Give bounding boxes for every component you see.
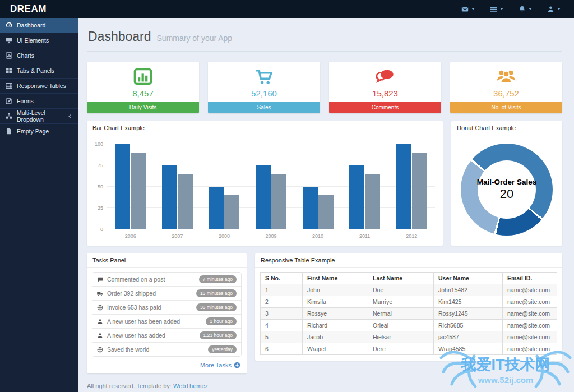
more-tasks-link[interactable]: More Tasks (92, 357, 242, 371)
brand-logo[interactable]: DREAM (0, 3, 47, 15)
task-text: A new user has added (107, 332, 165, 339)
comment-icon (97, 276, 103, 283)
sidebar-item-forms[interactable]: Forms (0, 94, 78, 109)
x-tick-label: 2010 (294, 233, 341, 239)
sitemap-icon (6, 113, 12, 119)
user-icon (547, 6, 554, 13)
table-cell: name@site.com (503, 320, 557, 331)
bar-group-2012: 2012 (388, 144, 435, 229)
table-cell: Rossy1245 (434, 308, 503, 320)
notifications-dropdown[interactable] (511, 0, 540, 18)
desktop-icon-slot (6, 37, 12, 44)
header-row: S No.First NameLast NameUser NameEmail I… (261, 273, 557, 284)
table-row: 1JohnDoeJohn15482name@site.com (261, 284, 557, 296)
stat-card-no-of-visits[interactable]: 36,752No. of Visits (450, 62, 562, 113)
stat-card-daily-visits[interactable]: 8,457Daily Visits (87, 62, 199, 113)
stat-card-comments[interactable]: 15,823Comments (329, 62, 441, 113)
bar-group-2008: 2008 (201, 144, 248, 229)
footer: All right reserved. Template by: WebThem… (87, 382, 562, 392)
column-header-user-name: User Name (434, 273, 503, 284)
sidebar-item-empty-page[interactable]: Empty Page (0, 124, 78, 139)
caret-down-icon (528, 7, 533, 11)
file-icon (6, 128, 12, 135)
table-icon-slot (6, 82, 12, 89)
sidebar-item-multi-level-dropdown[interactable]: Multi-Level Dropdown (0, 109, 78, 124)
sidebar-item-responsive-tables[interactable]: Responsive Tables (0, 79, 78, 94)
table-cell: name@site.com (503, 296, 557, 308)
tasks-list: Commented on a post7 minutes agoOrder 39… (92, 272, 242, 357)
footer-link[interactable]: WebThemez (173, 382, 208, 389)
x-tick-label: 2009 (248, 233, 295, 239)
more-tasks-label: More Tasks (200, 362, 232, 368)
stat-card-value: 15,823 (372, 89, 398, 98)
table-cell: jac4587 (434, 331, 503, 343)
stat-bars-icon (133, 67, 153, 87)
y-tick-label: 75 (98, 163, 103, 168)
table-cell: Dere (368, 343, 434, 355)
bar-group-2010: 2010 (294, 144, 341, 229)
stat-card-value: 8,457 (132, 89, 154, 98)
table-cell: Nermal (368, 308, 434, 320)
tasks-panel: Tasks Panel Commented on a post7 minutes… (87, 253, 247, 373)
page-subtitle: Summary of your App (157, 34, 233, 43)
task-text: Order 392 shipped (107, 290, 156, 297)
users-table-head: S No.First NameLast NameUser NameEmail I… (261, 273, 557, 284)
task-time-badge: yesterday (208, 345, 237, 353)
bar-primary-2008 (209, 187, 224, 229)
y-tick-label: 25 (98, 205, 103, 211)
table-cell: Marriye (368, 296, 434, 308)
table-cell: Wrapel (303, 343, 368, 355)
envelope-icon (461, 6, 469, 13)
task-text: Saved the world (107, 346, 149, 353)
chevron-left-icon (67, 114, 72, 119)
dashboard-icon (6, 22, 12, 29)
caret-down-icon (471, 7, 475, 11)
stat-card-value: 52,160 (251, 89, 277, 98)
task-time-badge: 16 minutes ago (196, 289, 237, 297)
bar-secondary-2009 (271, 174, 286, 229)
stat-card-sales[interactable]: 52,160Sales (208, 62, 320, 113)
y-tick-label: 100 (95, 141, 103, 147)
x-tick-label: 2011 (341, 233, 388, 239)
donut-chart: Mail-Order Sales 20 (461, 144, 553, 236)
donut-panel-title: Donut Chart Example (451, 121, 562, 135)
task-time-badge: 1 hour ago (206, 317, 237, 325)
task-row: Invoice 653 has paid36 minutes ago (92, 301, 241, 315)
sidebar-item-dashboard[interactable]: Dashboard (0, 18, 78, 33)
table-cell: Rossye (303, 308, 368, 320)
globe-icon-slot (97, 305, 103, 311)
table-cell: John15482 (434, 284, 503, 296)
column-header-email-id-: Email ID. (503, 273, 557, 284)
table-cell: 1 (261, 284, 303, 296)
table-cell: Kimsila (303, 296, 368, 308)
bar-primary-2009 (256, 165, 271, 229)
sidebar-item-ui-elements[interactable]: UI Elements (0, 33, 78, 48)
task-row: A new user has added1.23 hour ago (92, 329, 241, 343)
task-text: Invoice 653 has paid (107, 304, 161, 311)
sidebar-item-tabs-panels[interactable]: Tabs & Panels (0, 63, 78, 79)
column-header-last-name: Last Name (368, 273, 434, 284)
responsive-table-panel: Responsive Table Example S No.First Name… (255, 253, 562, 361)
bar-primary-2007 (162, 165, 177, 229)
stat-card-body: 15,823 (329, 62, 441, 102)
sidebar-item-label: Charts (17, 52, 34, 59)
task-time-badge: 7 minutes ago (199, 275, 237, 283)
table-cell: 6 (261, 343, 303, 355)
user-sm-icon-slot (97, 319, 103, 325)
bar-group-2011: 2011 (341, 144, 388, 229)
sidebar-item-charts[interactable]: Charts (0, 48, 78, 63)
stat-cards-row: 8,457Daily Visits52,160Sales15,823Commen… (87, 62, 562, 113)
bar-primary-2006 (115, 144, 130, 229)
globe-icon-slot (97, 347, 103, 353)
tasks-dropdown[interactable] (483, 0, 511, 18)
table-cell: 2 (261, 296, 303, 308)
list-icon (490, 6, 497, 13)
users-table: S No.First NameLast NameUser NameEmail I… (260, 272, 557, 355)
th-large-icon-slot (6, 67, 12, 74)
user-sm-icon-slot (97, 333, 103, 339)
footer-text: All right reserved. Template by: (87, 382, 172, 389)
table-cell: 4 (261, 320, 303, 331)
x-tick-label: 2008 (201, 233, 248, 239)
messages-dropdown[interactable] (454, 0, 483, 18)
user-dropdown[interactable] (540, 0, 568, 18)
